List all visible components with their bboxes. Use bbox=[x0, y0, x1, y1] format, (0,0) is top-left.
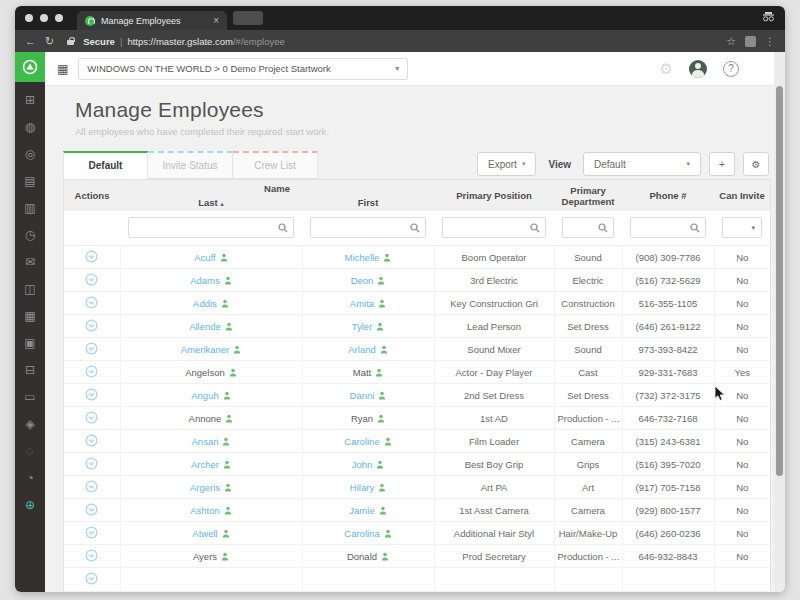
refresh-icon[interactable]: ↻ bbox=[45, 36, 54, 47]
employee-first-link[interactable]: Amita bbox=[350, 298, 374, 309]
documents-icon[interactable]: ▤ bbox=[24, 175, 35, 187]
user-avatar[interactable] bbox=[689, 60, 707, 78]
filter-can-invite-select[interactable]: ▾ bbox=[722, 217, 762, 238]
payroll-icon[interactable]: ◈ bbox=[25, 418, 34, 430]
employee-first-link[interactable]: Matt bbox=[353, 367, 371, 378]
row-actions-button[interactable] bbox=[85, 365, 98, 378]
row-actions-button[interactable] bbox=[85, 480, 98, 493]
view-select[interactable]: Default▾ bbox=[583, 152, 701, 176]
world-icon[interactable]: ◍ bbox=[25, 121, 35, 133]
employee-last-link[interactable]: Adams bbox=[190, 275, 220, 286]
calendar-icon[interactable]: ▦ bbox=[24, 310, 35, 322]
help-icon[interactable]: ? bbox=[723, 61, 739, 77]
url-field[interactable]: Secure|https://master.gslate.com/#/emplo… bbox=[83, 36, 285, 47]
gslate-logo[interactable] bbox=[15, 52, 45, 82]
tab-invite-status[interactable]: Invite Status bbox=[148, 151, 233, 179]
row-actions-button[interactable] bbox=[85, 457, 98, 470]
browser-menu-icon[interactable]: ⋮ bbox=[765, 36, 775, 47]
minimize-window-button[interactable] bbox=[40, 14, 48, 22]
employee-first-link[interactable]: Ryan bbox=[351, 413, 373, 424]
col-header-last[interactable]: Last ▴ bbox=[120, 197, 302, 211]
add-view-button[interactable]: + bbox=[709, 152, 735, 176]
employee-last-link[interactable]: Addis bbox=[193, 298, 217, 309]
row-actions-button[interactable] bbox=[85, 296, 98, 309]
employee-first-link[interactable]: Tyler bbox=[352, 321, 373, 332]
project-selector[interactable]: WINDOWS ON THE WORLD > 0 Demo Project St… bbox=[78, 58, 408, 80]
employee-last-link[interactable]: Anguh bbox=[191, 390, 218, 401]
new-tab-button[interactable] bbox=[233, 11, 263, 25]
bookmark-star-icon[interactable]: ☆ bbox=[726, 35, 736, 48]
row-actions-button[interactable] bbox=[85, 549, 98, 562]
add-person-icon[interactable]: ⊕ bbox=[25, 499, 35, 511]
employee-last-link[interactable]: Argeris bbox=[190, 482, 220, 493]
row-actions-button[interactable] bbox=[85, 388, 98, 401]
employee-first-link[interactable]: Jamie bbox=[349, 505, 374, 516]
files-icon[interactable]: ▥ bbox=[24, 202, 35, 214]
view-tabs: Default Invite Status Crew List bbox=[63, 151, 318, 179]
back-icon[interactable]: ← bbox=[25, 36, 36, 47]
employee-last-link[interactable]: Archer bbox=[191, 459, 219, 470]
filter-first-input[interactable] bbox=[316, 222, 410, 233]
row-actions-button[interactable] bbox=[85, 411, 98, 424]
browser-tab[interactable]: Manage Employees × bbox=[77, 11, 227, 30]
mail-icon[interactable]: ✉ bbox=[25, 256, 35, 268]
employee-first-link[interactable]: Donald bbox=[347, 551, 377, 562]
col-header-phone[interactable]: Phone # bbox=[622, 180, 714, 211]
history-icon[interactable]: ◔ bbox=[26, 472, 33, 484]
col-header-can-invite[interactable]: Can Invite bbox=[714, 180, 770, 211]
employee-first-link[interactable]: Arland bbox=[348, 344, 375, 355]
col-header-department[interactable]: Primary Department bbox=[554, 180, 622, 211]
employee-last-link[interactable]: Angelson bbox=[185, 367, 225, 378]
clock-icon[interactable]: ◷ bbox=[25, 229, 35, 241]
employee-last-link[interactable]: Ayers bbox=[193, 551, 217, 562]
employee-last-link[interactable]: Annone bbox=[189, 413, 222, 424]
primary-position-cell: 2nd Set Dress bbox=[434, 384, 554, 407]
tab-crew-list[interactable]: Crew List bbox=[233, 151, 318, 179]
window-controls[interactable] bbox=[25, 14, 63, 22]
col-header-first[interactable]: First bbox=[302, 197, 434, 211]
projects-icon[interactable]: ◎ bbox=[25, 148, 35, 160]
employee-last-link[interactable]: Atwell bbox=[192, 528, 217, 539]
filter-last-input[interactable] bbox=[134, 222, 278, 233]
employee-first-link[interactable]: Caroline bbox=[344, 436, 379, 447]
dashboard-icon[interactable]: ⊞ bbox=[25, 94, 35, 106]
employee-first-link[interactable]: Deon bbox=[351, 275, 374, 286]
row-actions-button[interactable] bbox=[85, 273, 98, 286]
row-actions-button[interactable] bbox=[85, 434, 98, 447]
people-icon[interactable]: ◫ bbox=[24, 283, 35, 295]
close-window-button[interactable] bbox=[25, 14, 33, 22]
printer-icon[interactable]: ⊟ bbox=[25, 364, 35, 376]
row-actions-button[interactable] bbox=[85, 250, 98, 263]
filter-phone-input[interactable] bbox=[636, 222, 690, 233]
filter-position-input[interactable] bbox=[448, 222, 530, 233]
row-actions-button[interactable] bbox=[85, 503, 98, 516]
export-button[interactable]: Export▾ bbox=[477, 152, 536, 176]
employee-last-link[interactable]: Ashton bbox=[190, 505, 220, 516]
settings-gear-icon[interactable]: ⚙ bbox=[660, 60, 673, 78]
row-actions-button[interactable] bbox=[85, 572, 98, 585]
maximize-window-button[interactable] bbox=[55, 14, 63, 22]
col-header-position[interactable]: Primary Position bbox=[434, 180, 554, 211]
scrollbar-thumb[interactable] bbox=[776, 86, 783, 476]
employee-first-link[interactable]: Carolina bbox=[344, 528, 379, 539]
row-actions-button[interactable] bbox=[85, 526, 98, 539]
employee-last-link[interactable]: Acuff bbox=[194, 252, 215, 263]
employee-last-link[interactable]: Ansari bbox=[192, 436, 219, 447]
close-tab-icon[interactable]: × bbox=[213, 15, 219, 26]
employee-last-link[interactable]: Amerikaner bbox=[181, 344, 230, 355]
row-actions-button[interactable] bbox=[85, 319, 98, 332]
table-settings-button[interactable]: ⚙ bbox=[743, 152, 769, 176]
filter-department-input[interactable] bbox=[568, 222, 598, 233]
tab-default[interactable]: Default bbox=[63, 151, 148, 179]
extension-icon[interactable] bbox=[745, 36, 756, 47]
page-scrollbar[interactable] bbox=[774, 52, 785, 592]
employee-first-link[interactable]: Hilary bbox=[350, 482, 374, 493]
chat-icon[interactable]: ▭ bbox=[24, 391, 35, 403]
employee-first-link[interactable]: John bbox=[352, 459, 373, 470]
row-actions-button[interactable] bbox=[85, 342, 98, 355]
media-icon[interactable]: ◌ bbox=[26, 445, 33, 457]
employee-last-link[interactable]: Allende bbox=[189, 321, 221, 332]
employee-first-link[interactable]: Danni bbox=[350, 390, 375, 401]
reports-icon[interactable]: ▣ bbox=[24, 337, 35, 349]
employee-first-link[interactable]: Michelle bbox=[345, 252, 380, 263]
